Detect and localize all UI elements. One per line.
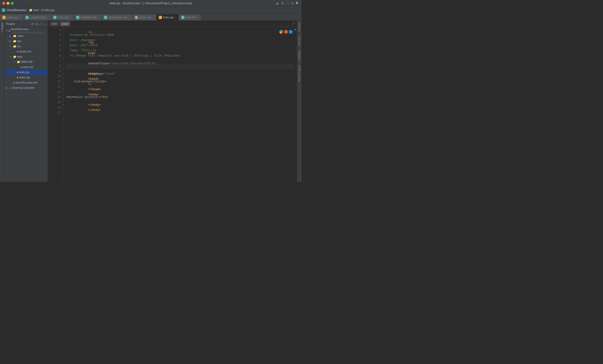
panel-project-label[interactable]: 1: Project xyxy=(0,21,4,34)
collapse-icon[interactable]: — xyxy=(43,22,46,26)
tab-close-modules-xml[interactable]: × xyxy=(98,16,99,19)
tab-close-struts-xml[interactable]: × xyxy=(152,16,154,19)
fold-8[interactable]: ▼ xyxy=(63,35,64,40)
code-line-17 xyxy=(66,110,294,115)
tree-item-struts-xml[interactable]: ▶ ■ struts.xml xyxy=(5,49,47,54)
iml-label: structSuccess.iml xyxy=(15,81,37,84)
tab-misc-xml[interactable]: X misc.xml × xyxy=(51,14,74,21)
tree-item-out[interactable]: ▶ 📁 out xyxy=(5,39,47,44)
search-icon[interactable]: 🔍 xyxy=(296,2,299,5)
breadcrumb-root[interactable]: root xyxy=(50,22,59,26)
web-label: web xyxy=(17,55,22,58)
right-gutter xyxy=(294,27,297,182)
index-jsp-label: index.jsp xyxy=(19,76,30,79)
tab-label-struts-xml: struts.xml xyxy=(139,16,151,19)
tab-label-misc-xml: misc.xml xyxy=(58,16,69,19)
fold-7[interactable]: ▼ xyxy=(63,56,64,61)
tree-item-ext-libs[interactable]: ▶ 🗂 External Libraries xyxy=(5,85,47,91)
safari-icon[interactable] xyxy=(289,30,292,34)
tree-item-idea[interactable]: ▶ 📁 .idea xyxy=(5,34,47,39)
tab-close-compiler-xml[interactable]: × xyxy=(47,16,48,19)
editor-breadcrumb: root page ✓ xyxy=(48,21,297,27)
tree-item-web-xml[interactable]: ▶ ■ web.xml xyxy=(5,65,47,70)
fold-9[interactable]: ▼ xyxy=(63,66,64,71)
panel-database-label[interactable]: Database xyxy=(298,48,301,62)
tab-web-xml[interactable]: X web.xml × xyxy=(179,14,201,21)
close-button[interactable] xyxy=(2,2,5,5)
ext-libs-icon: 🗂 xyxy=(9,86,12,89)
code-editor[interactable]: ▼ <%-- Created by IntelliJ IDEA. User: z… xyxy=(63,27,294,182)
tree-item-src[interactable]: ▼ 📁 src xyxy=(5,44,47,49)
settings-icon[interactable]: ⚙ xyxy=(35,22,38,26)
web-xml-icon: ■ xyxy=(21,66,22,68)
tab-close-misc-xml[interactable]: × xyxy=(70,16,71,19)
iml-icon: ■ xyxy=(13,81,15,84)
fold-13[interactable]: ▼ xyxy=(63,87,64,92)
tree-item-index-jsp[interactable]: ▶ ■ index.jsp xyxy=(5,75,47,80)
window-controls[interactable] xyxy=(2,2,14,5)
expand-arrow: ▼ xyxy=(6,30,8,32)
code-line-16: ▼ </html> xyxy=(66,105,294,110)
panel-maven-label[interactable]: Maven Projects xyxy=(298,63,301,83)
panel-artbuild-label[interactable]: Art Build xyxy=(298,21,301,34)
nav-bar: structSuccess › 📁 web › ■ hello.jsp › xyxy=(0,7,302,14)
sidebar-title: Project xyxy=(6,22,15,26)
panel-structure-label[interactable]: Structure xyxy=(298,34,301,48)
sync-icon[interactable]: ⟳ xyxy=(31,22,34,26)
layout-icon[interactable]: ⊞ xyxy=(291,2,294,5)
profile-icon[interactable]: ⬛ xyxy=(286,2,290,5)
breadcrumb-folder-icon: 📁 xyxy=(29,9,33,12)
web-folder-icon: 📁 xyxy=(13,55,16,58)
tree-item-hello-jsp[interactable]: ▶ ■ hello.jsp xyxy=(5,70,47,75)
tab-struts-xml[interactable]: S struts.xml × xyxy=(132,14,156,21)
webinf-folder-icon: 📁 xyxy=(17,60,20,64)
fold-12[interactable]: ▼ xyxy=(63,82,64,87)
editor-gutter xyxy=(48,27,53,182)
src-folder-icon: 📁 xyxy=(13,45,16,48)
debug-icon[interactable]: ☀ xyxy=(281,1,284,5)
code-line-8: ▼ <%@ page contentType="text/html;charse… xyxy=(66,64,294,69)
expand-arrow-out: ▶ xyxy=(9,40,12,42)
breadcrumb-folder[interactable]: web xyxy=(34,9,39,12)
tab-close-index-jsp[interactable]: × xyxy=(19,16,21,19)
tab-compiler-xml[interactable]: X compiler.xml × xyxy=(23,14,51,21)
tab-workspace-xml[interactable]: X workspace.xml × xyxy=(102,14,132,21)
breadcrumb-file[interactable]: hello.jsp xyxy=(44,9,54,12)
tab-close-web-xml[interactable]: × xyxy=(197,16,198,19)
minimize-button[interactable] xyxy=(7,2,9,5)
tree-item-webinf[interactable]: ▼ 📁 WEB-INF xyxy=(5,59,47,65)
fold-15[interactable]: ▼ xyxy=(63,97,64,102)
fold-1[interactable]: ▼ xyxy=(63,27,64,30)
tab-close-hello-jsp[interactable]: × xyxy=(175,16,176,19)
root-label: structSuccess ~/Documents/Project_z/stru… xyxy=(11,28,47,34)
struts-xml-label: struts.xml xyxy=(19,50,31,53)
tab-icon-index-jsp: J xyxy=(2,16,6,19)
run-icon[interactable]: ▶ xyxy=(277,1,279,5)
tab-modules-xml[interactable]: X modules.xml × xyxy=(74,14,102,21)
sidebar: Project ⟳ ⚙ ⤢ — ▼ ■ structSuccess ~/Docu… xyxy=(5,21,48,182)
tree-item-root[interactable]: ▼ ■ structSuccess ~/Documents/Project_z/… xyxy=(5,28,47,34)
tab-hello-jsp[interactable]: J hello.jsp × xyxy=(156,14,179,21)
checkmark-icon: ✓ xyxy=(292,22,295,26)
fold-10[interactable]: ▼ xyxy=(63,71,64,77)
fold-16[interactable]: ▼ xyxy=(63,102,64,108)
breadcrumb-project[interactable]: structSuccess xyxy=(7,9,26,12)
tab-close-workspace-xml[interactable]: × xyxy=(128,16,130,19)
expand-arrow-ext-libs: ▶ xyxy=(6,87,9,89)
file-tree: ▼ ■ structSuccess ~/Documents/Project_z/… xyxy=(5,27,47,182)
expand-arrow-idea: ▶ xyxy=(9,35,12,37)
firefox-icon[interactable] xyxy=(284,30,288,34)
title-bar-actions: ▶ ☀ ⬛ ⊞ 🔍 xyxy=(277,1,299,5)
maximize-button[interactable] xyxy=(11,2,14,5)
breadcrumb-page[interactable]: page xyxy=(60,22,70,26)
tab-label-workspace-xml: workspace.xml xyxy=(108,16,127,19)
editor-body: 1 2 3 4 5 6 7 8 9 10 11 12 13 14 15 16 1… xyxy=(48,27,297,182)
tree-item-iml[interactable]: ▶ ■ structSuccess.iml xyxy=(5,80,47,85)
right-panel: Art Build Structure Database Maven Proje… xyxy=(297,21,302,182)
line-numbers: 1 2 3 4 5 6 7 8 9 10 11 12 13 14 15 16 1… xyxy=(53,27,63,182)
tree-item-web[interactable]: ▼ 📁 web xyxy=(5,54,47,59)
chrome-icon[interactable] xyxy=(279,30,283,34)
expand-icon[interactable]: ⤢ xyxy=(39,22,42,26)
tab-index-jsp[interactable]: J index.jsp × xyxy=(0,14,23,21)
tab-bar: J index.jsp × X compiler.xml × X misc.xm… xyxy=(0,14,302,21)
